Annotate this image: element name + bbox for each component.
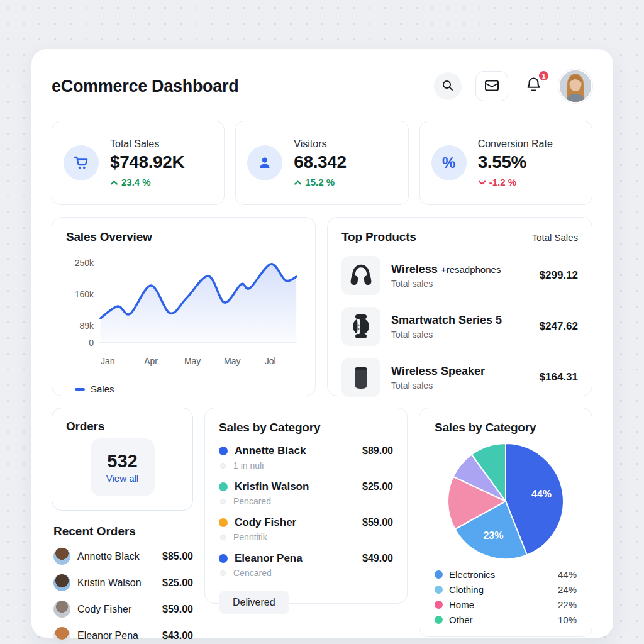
chart-legend: Sales (75, 384, 301, 394)
legend-dash-icon (75, 388, 85, 391)
orders-card: Orders 532 View all (52, 408, 193, 511)
category-dot-icon (219, 447, 228, 455)
sales-overview-title: Sales Overview (66, 230, 301, 244)
stat-value: 3.55% (478, 152, 553, 172)
category-dot-icon (219, 554, 228, 563)
x-tick: May (184, 356, 201, 366)
recent-order-row[interactable]: Kristin Walson $25.00 (53, 574, 193, 591)
sales-overview-card: Sales Overview 250k 160k 89k 0 (52, 217, 316, 396)
svg-text:44%: 44% (531, 489, 552, 499)
header: eCommerce Dashboard 1 (52, 65, 592, 107)
pie-legend-row: Home 22% (435, 599, 577, 610)
y-tick: 160k (70, 289, 94, 299)
y-tick: 0 (70, 338, 94, 348)
recent-orders-title: Recent Orders (53, 525, 193, 538)
stat-label: Total Sales (110, 138, 184, 150)
stat-value: $748.92K (110, 152, 184, 172)
total-sales-column-label: Total Sales (532, 232, 578, 243)
mail-icon (484, 79, 499, 94)
orders-title: Orders (66, 419, 179, 433)
product-price: $299.12 (540, 269, 578, 282)
customer-avatar (53, 627, 70, 644)
legend-dot-icon (435, 601, 443, 609)
headphones-image (341, 256, 380, 295)
stat-card-total-sales: Total Sales $748.92K 23.4 % (52, 121, 225, 205)
page-title: eCommerce Dashboard (52, 77, 238, 96)
category-pie-chart: 44%23% (435, 441, 577, 562)
caret-up-icon (294, 177, 302, 187)
search-button[interactable] (434, 72, 462, 100)
sub-dot-icon (220, 499, 226, 504)
product-price: $247.62 (540, 320, 578, 333)
stat-value: 68.342 (294, 152, 346, 172)
y-tick: 250k (70, 258, 94, 268)
category-pie-title: Sales by Category (435, 421, 577, 435)
smartwatch-image (341, 307, 380, 346)
orders-count: 532 (107, 451, 137, 472)
pie-legend-row: Electronics 44% (435, 569, 577, 580)
pie-legend: Electronics 44% Clothing 24% Home 22% Ot… (435, 569, 577, 625)
product-row-smartwatch[interactable]: Smartwatch Series 5 Total sales $247.62 (341, 307, 578, 346)
sales-by-category-list-card: Sales by Category Annette Black $89.00 1… (204, 408, 408, 604)
sales-line-chart: 250k 160k 89k 0 (66, 249, 301, 375)
view-all-link[interactable]: View all (106, 473, 138, 484)
legend-dot-icon (435, 570, 443, 579)
speaker-image (341, 358, 380, 397)
top-products-card: Top Products Total Sales Wireless +resad… (327, 217, 592, 396)
recent-order-row[interactable]: Eleanor Pena $43.00 (53, 627, 193, 644)
product-row-speaker[interactable]: Wireless Speaker Total sales $164.31 (341, 358, 578, 397)
header-actions: 1 (434, 69, 592, 103)
recent-order-row[interactable]: Cody Fisher $59.00 (53, 601, 193, 618)
product-price: $164.31 (540, 371, 578, 384)
category-row: Annette Black $89.00 1 in nuli (219, 445, 393, 470)
cart-icon (64, 145, 99, 180)
legend-dot-icon (435, 586, 443, 594)
category-row: Cody Fisher $59.00 Penntitik (219, 516, 393, 542)
y-tick: 89k (70, 321, 94, 331)
x-tick: Jol (265, 356, 276, 366)
dashboard-window: eCommerce Dashboard 1 (31, 49, 613, 638)
sub-dot-icon (220, 570, 226, 576)
x-tick: May (224, 356, 240, 366)
delivered-button[interactable]: Delivered (219, 591, 289, 614)
messages-button[interactable] (475, 71, 508, 101)
legend-dot-icon (435, 616, 443, 624)
customer-avatar (53, 548, 70, 565)
category-row: Eleanor Pena $49.00 Cencared (219, 552, 393, 578)
pie-legend-row: Other 10% (435, 614, 577, 625)
sub-dot-icon (220, 535, 226, 540)
stat-change: -1.2 % (478, 177, 553, 187)
product-row-headphones[interactable]: Wireless +resadphones Total sales $299.1… (341, 256, 578, 295)
recent-order-row[interactable]: Annette Black $85.00 (53, 548, 193, 565)
notifications-button[interactable]: 1 (522, 74, 545, 99)
pie-legend-row: Clothing 24% (435, 584, 577, 595)
category-list-title: Sales by Category (219, 421, 393, 435)
sales-by-category-pie-card: Sales by Category 44%23% Electronics 44%… (419, 408, 592, 637)
category-dot-icon (219, 482, 228, 491)
customer-avatar (53, 601, 70, 618)
category-row: Krisfin Walson $25.00 Pencared (219, 480, 393, 506)
notification-badge: 1 (538, 70, 550, 82)
user-avatar[interactable] (558, 69, 592, 103)
top-products-title: Top Products (341, 230, 416, 244)
category-dot-icon (219, 518, 228, 527)
caret-down-icon (478, 177, 486, 187)
recent-orders-section: Recent Orders Annette Black $85.00 Krist… (52, 525, 193, 644)
stat-card-conversion-rate: % Conversion Rate 3.55% -1.2 % (419, 121, 592, 205)
user-icon (247, 145, 282, 180)
customer-avatar (53, 574, 70, 591)
search-icon (441, 79, 454, 94)
caret-up-icon (110, 177, 118, 187)
sub-dot-icon (220, 463, 226, 469)
stat-card-visitors: Visitors 68.342 15.2 % (235, 121, 408, 205)
stat-label: Visitors (294, 138, 346, 150)
x-tick: Apr (144, 356, 158, 366)
x-tick: Jan (101, 356, 115, 366)
orders-summary-tile: 532 View all (91, 438, 155, 496)
stats-row: Total Sales $748.92K 23.4 % Visitors 68.… (52, 121, 592, 205)
stat-label: Conversion Rate (478, 138, 553, 150)
stat-change: 23.4 % (110, 177, 184, 187)
percent-icon: % (431, 145, 467, 180)
svg-text:23%: 23% (483, 530, 503, 541)
stat-change: 15.2 % (294, 177, 346, 187)
